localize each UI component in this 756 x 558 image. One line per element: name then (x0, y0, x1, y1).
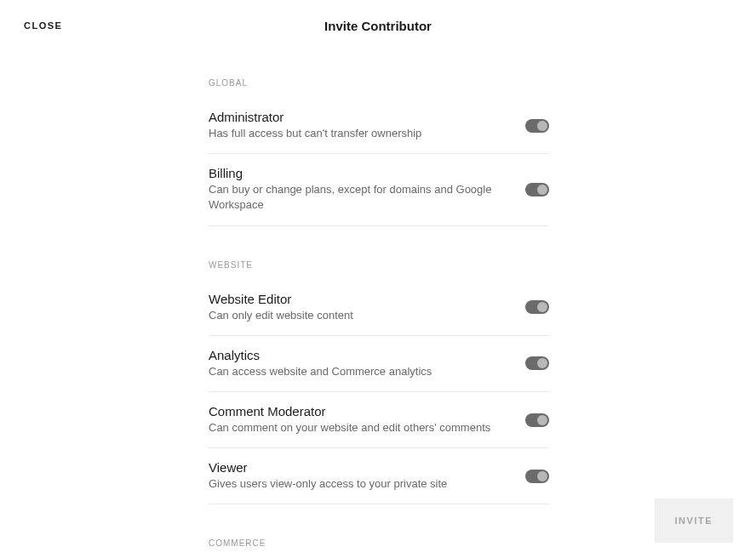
permission-row-website-editor: Website Editor Can only edit website con… (209, 280, 549, 336)
permission-row-billing: Billing Can buy or change plans, except … (209, 154, 549, 225)
section-label-website: WEBSITE (209, 260, 549, 270)
permission-title: Viewer (209, 460, 508, 475)
permission-title: Analytics (209, 348, 508, 362)
permission-desc: Has full access but can't transfer owner… (209, 126, 508, 141)
permission-title: Billing (209, 166, 508, 180)
section-label-global: GLOBAL (209, 78, 549, 88)
permission-desc: Can buy or change plans, except for doma… (209, 182, 508, 213)
permission-desc: Can comment on your website and edit oth… (209, 420, 508, 436)
dialog-header: CLOSE Invite Contributor (0, 0, 756, 51)
toggle-comment-moderator[interactable] (525, 413, 549, 427)
toggle-website-editor[interactable] (525, 300, 549, 314)
toggle-billing[interactable] (525, 183, 549, 196)
permission-desc: Can only edit website content (209, 308, 508, 323)
permissions-content: GLOBAL Administrator Has full access but… (186, 78, 756, 558)
permission-row-administrator: Administrator Has full access but can't … (209, 98, 549, 154)
permission-title: Website Editor (209, 292, 508, 306)
page-title: Invite Contributor (324, 19, 432, 33)
permission-row-viewer: Viewer Gives users view-only access to y… (209, 448, 549, 504)
permission-desc: Gives users view-only access to your pri… (209, 476, 508, 492)
toggle-analytics[interactable] (525, 356, 549, 370)
permission-title: Administrator (209, 110, 508, 124)
permission-title: Comment Moderator (209, 404, 508, 418)
toggle-viewer[interactable] (525, 470, 549, 483)
section-label-commerce: COMMERCE (209, 538, 549, 548)
close-button[interactable]: CLOSE (24, 20, 62, 31)
permission-desc: Can access website and Commerce analytic… (209, 364, 508, 379)
toggle-administrator[interactable] (525, 119, 549, 133)
invite-button[interactable]: INVITE (655, 498, 733, 543)
permission-row-analytics: Analytics Can access website and Commerc… (209, 336, 549, 392)
permission-row-comment-moderator: Comment Moderator Can comment on your we… (209, 392, 549, 448)
